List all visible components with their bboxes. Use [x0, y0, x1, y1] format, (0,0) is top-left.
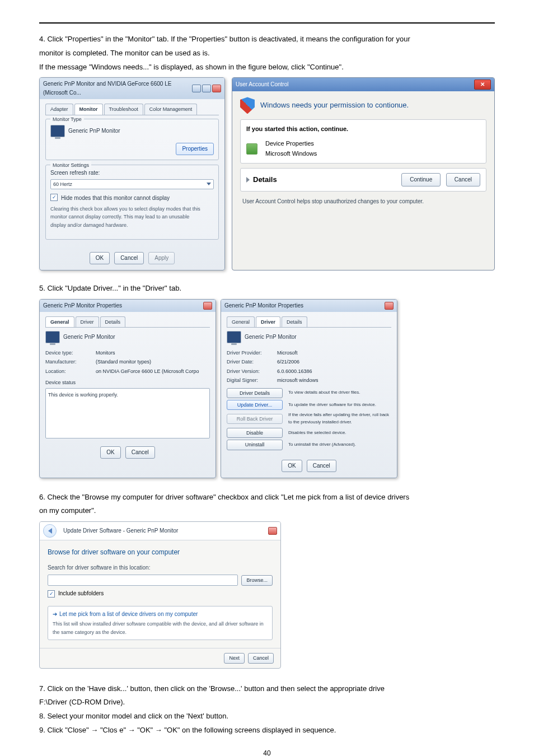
close-icon[interactable]	[385, 302, 394, 310]
tab-general[interactable]: General	[45, 316, 74, 327]
hide-modes-checkbox[interactable]: ✓	[50, 194, 58, 201]
figure-step6: Update Driver Software - Generic PnP Mon…	[39, 521, 495, 668]
step7-line2: F:\Driver (CD-ROM Drive).	[39, 697, 495, 708]
cancel-button[interactable]: Cancel	[248, 653, 274, 663]
minimize-icon[interactable]	[192, 85, 201, 92]
k-manu: Manufacturer:	[45, 358, 96, 366]
v-type: Monitors	[96, 349, 115, 357]
tab-adapter[interactable]: Adapter	[45, 104, 73, 114]
refresh-rate-label: Screen refresh rate:	[50, 169, 214, 178]
close-icon[interactable]	[212, 85, 221, 92]
pick-desc: This list will show installed driver sof…	[53, 620, 268, 636]
k-provider: Driver Provider:	[227, 349, 277, 357]
arrow-left-icon	[48, 528, 52, 534]
let-me-pick-option[interactable]: ➔Let me pick from a list of device drive…	[48, 606, 273, 640]
apply-button[interactable]: Apply	[148, 252, 175, 264]
tab-color[interactable]: Color Management	[144, 104, 198, 114]
v-loc: on NVIDIA GeForce 6600 LE (Microsoft Cor…	[96, 367, 199, 375]
uac-action-line: If you started this action, continue.	[246, 124, 480, 134]
uninstall-button[interactable]: Uninstall	[227, 440, 283, 450]
dialog-title: Generic PnP Monitor Properties	[43, 301, 122, 310]
tab-monitor[interactable]: Monitor	[74, 104, 103, 114]
device-name: Generic PnP Monitor	[63, 333, 115, 342]
hide-modes-desc2: monitor cannot display correctly. This m…	[50, 213, 214, 221]
step4-line3: If the message "Windows needs..." is dis…	[39, 62, 495, 73]
k-loc: Location:	[45, 367, 96, 375]
maximize-icon[interactable]	[202, 85, 211, 92]
refresh-rate-value: 60 Hertz	[53, 180, 72, 188]
k-type: Device type:	[45, 349, 96, 357]
tab-strip: Adapter Monitor Troubleshoot Color Manag…	[45, 104, 219, 115]
back-button[interactable]	[43, 524, 57, 538]
k-signer: Digital Signer:	[227, 376, 277, 384]
page-number: 40	[0, 748, 534, 756]
update-driver-button[interactable]: Update Driver...	[227, 400, 283, 410]
dialog-title: Generic PnP Monitor and NVIDIA GeForce 6…	[43, 80, 192, 97]
step6-line2: on my computer".	[39, 505, 495, 517]
uac-message: Windows needs your permission to contion…	[260, 100, 409, 111]
update-driver-desc: To update the driver software for this d…	[288, 402, 391, 409]
ok-button[interactable]: OK	[90, 252, 110, 264]
v-date: 6/21/2006	[277, 358, 299, 366]
step5-text: 5. Click "Update Driver..." in the "Driv…	[39, 283, 495, 295]
figure-step5: Generic PnP Monitor Properties General D…	[39, 299, 397, 478]
figure-step4: Generic PnP Monitor and NVIDIA GeForce 6…	[39, 77, 495, 270]
include-subfolders-label: Include subfolders	[58, 589, 104, 598]
step8-text: 8. Select your monitor model and click o…	[39, 711, 495, 722]
pick-title: Let me pick from a list of device driver…	[59, 610, 198, 619]
step7-line1: 7. Click on the 'Have disk...' button, t…	[39, 683, 495, 695]
dialog-title: Generic PnP Monitor Properties	[224, 301, 303, 310]
tab-details[interactable]: Details	[100, 316, 126, 327]
tab-general[interactable]: General	[227, 316, 255, 327]
wizard-heading: Browse for driver software on your compu…	[48, 547, 273, 558]
uac-cancel-button[interactable]: Cancel	[446, 173, 480, 186]
cancel-button[interactable]: Cancel	[307, 460, 336, 472]
update-driver-wizard: Update Driver Software - Generic PnP Mon…	[39, 521, 281, 668]
tab-driver[interactable]: Driver	[76, 316, 99, 327]
hide-modes-desc3: display and/or damaged hardware.	[50, 221, 214, 229]
monitor-icon	[50, 125, 65, 137]
ok-button[interactable]: OK	[100, 446, 120, 459]
monitor-type-label: Monitor Type	[50, 115, 84, 123]
monitor-type-group: Monitor Type Generic PnP Monitor Propert…	[45, 119, 219, 160]
uac-footnote: User Account Control helps stop unauthor…	[240, 196, 486, 209]
device-props-general: Generic PnP Monitor Properties General D…	[39, 299, 216, 478]
cancel-button[interactable]: Cancel	[114, 252, 144, 264]
v-provider: Microsoft	[277, 349, 298, 357]
ok-button[interactable]: OK	[282, 460, 302, 472]
v-ver: 6.0.6000.16386	[277, 367, 312, 375]
disable-desc: Disables the selected device.	[288, 430, 391, 437]
tab-driver[interactable]: Driver	[256, 316, 280, 327]
continue-button[interactable]: Continue	[401, 173, 441, 186]
tab-details[interactable]: Details	[282, 316, 307, 327]
monitor-icon	[227, 331, 241, 343]
driver-details-button[interactable]: Driver Details	[227, 388, 283, 398]
location-field[interactable]	[48, 575, 238, 586]
program-icon	[246, 143, 257, 155]
driver-details-desc: To view details about the driver files.	[288, 389, 391, 396]
details-button[interactable]: Details	[253, 174, 277, 186]
next-button[interactable]: Next	[224, 653, 245, 663]
properties-button[interactable]: Properties	[176, 143, 214, 155]
step4-line1: 4. Click "Properties" in the "Monitor" t…	[39, 34, 495, 45]
search-label: Search for driver software in this locat…	[48, 563, 273, 572]
close-icon[interactable]	[268, 527, 277, 535]
cancel-button[interactable]: Cancel	[125, 446, 155, 459]
monitor-icon	[45, 331, 60, 343]
top-rule	[39, 22, 495, 24]
device-props-driver: Generic PnP Monitor Properties General D…	[221, 299, 397, 478]
window-controls	[192, 85, 221, 92]
close-icon[interactable]	[203, 302, 212, 310]
close-icon[interactable]: ✕	[474, 80, 491, 90]
rollback-button[interactable]: Roll Back Driver	[227, 414, 283, 424]
tab-troubleshoot[interactable]: Troubleshoot	[104, 104, 143, 114]
include-subfolders-checkbox[interactable]: ✓	[48, 590, 55, 598]
uac-dialog: User Account Control ✕ Windows needs you…	[232, 77, 495, 270]
refresh-rate-select[interactable]: 60 Hertz	[50, 179, 214, 189]
uninstall-desc: To uninstall the driver (Advanced).	[288, 441, 391, 449]
device-status-box: This device is working properly.	[45, 388, 210, 438]
disable-button[interactable]: Disable	[227, 428, 283, 438]
monitor-settings-label: Monitor Settings	[50, 161, 91, 169]
browse-button[interactable]: Browse...	[241, 575, 273, 585]
uac-ms: Microsoft Windows	[265, 149, 317, 159]
